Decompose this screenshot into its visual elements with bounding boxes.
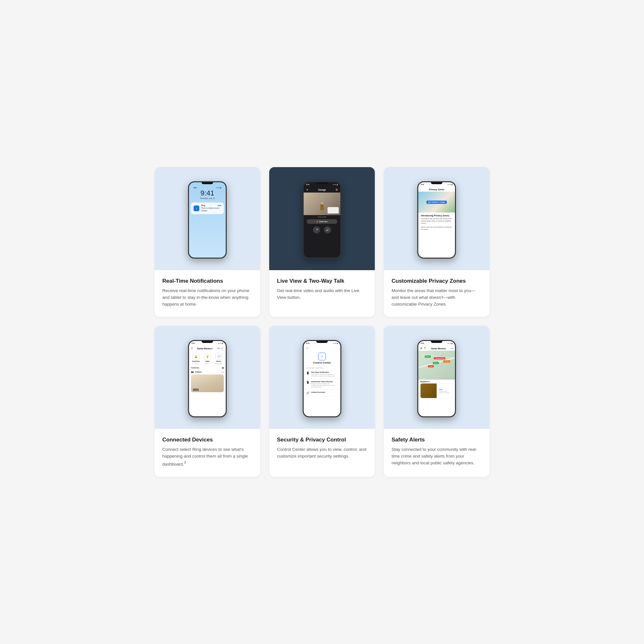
card-safety-alerts: 9:41 ▪▪▪ ▾ ▮ ☰ 📍 (384, 326, 489, 477)
lv-close-icon[interactable]: ✕ (306, 188, 308, 191)
mute-button[interactable]: 🎤 (313, 226, 320, 233)
status-icons-1: ▪▪▪ ▾ ▮ (216, 187, 221, 189)
lock-date: Thursday, July 11 (191, 197, 224, 199)
pz-intro-body1: This feature lets you block the camera f… (421, 218, 452, 224)
speaker-button[interactable]: 🔊 (324, 226, 331, 233)
sec-screen-title: Control Center (313, 361, 331, 364)
sa-map-icon[interactable]: 📍 (423, 347, 426, 350)
cd-front-door-label: Front Door (192, 361, 200, 362)
sec-item-linked-accounts[interactable]: 🔗 Linked Accounts › (304, 390, 340, 396)
cd-top-icons: 🛍 🛒 (217, 347, 224, 350)
feature-desc-2: Get real-time video and audio with the L… (277, 288, 367, 301)
phone-area-6: 9:41 ▪▪▪ ▾ ▮ ☰ 📍 (384, 326, 489, 429)
lv-controls: 🎤 🔊 (304, 224, 340, 235)
sa-badge-safety-2: Safety (433, 362, 439, 364)
feature-title-2: Live View & Two-Way Talk (277, 278, 367, 284)
features-grid: 9:41 ▪▪▪ ▾ ▮ 9:41 Thursday, July 11 r (155, 167, 489, 477)
end-live-button[interactable]: End Live (307, 219, 337, 224)
lv-settings-icon[interactable]: ⚙ (336, 188, 338, 191)
sec-menu-icon[interactable]: ☰ (306, 347, 308, 349)
two-step-desc: Choose how to receive your verification … (311, 374, 336, 377)
feature-desc-3: Monitor the areas that matter most to yo… (392, 288, 482, 308)
linked-chevron: › (337, 392, 338, 394)
phone-area-2: 9:41 ▪▪▪ ▾ ▮ ✕ Garage ⚙ (269, 167, 375, 270)
feature-desc-1: Receive real-time notifications on your … (162, 288, 252, 308)
notification-text: Ring now There is motion at your Garage (201, 204, 221, 212)
card-security-privacy: 9:41 ▪▪▪ ▾ ▮ ☰ ✓ (269, 326, 375, 477)
phone-6: 9:41 ▪▪▪ ▾ ▮ ☰ 📍 (417, 340, 456, 417)
end-live-label: End Live (319, 221, 327, 223)
phone-4: 9:41 ▪▪▪ ▾ ▮ ☰ Santa Monica (188, 340, 227, 417)
cd-camera-more-icon[interactable]: ••• (222, 371, 224, 373)
phone-1: 9:41 ▪▪▪ ▾ ▮ 9:41 Thursday, July 11 r (188, 181, 227, 259)
sec-item-authorized-devices[interactable]: 📱 Authorized Client Devices Manage the p… (304, 379, 340, 390)
pz-content: Introducing Privacy Zones. This feature … (418, 213, 455, 258)
sa-wifi: ▾ (450, 342, 451, 344)
two-step-content: Two-Step Verification Choose how to rece… (311, 371, 336, 377)
phone-area-3: 9:41 ▪▪▪ ▾ ▮ ‹ Privacy Zones (384, 167, 489, 270)
end-live-dot (317, 221, 318, 223)
lv-video (304, 193, 340, 215)
linked-accounts-icon: 🔗 (306, 392, 309, 394)
feature-title-4: Connected Devices (162, 437, 252, 443)
sec-item-two-step[interactable]: 📱 Two-Step Verification Choose how to re… (304, 370, 340, 379)
cd-view-toggle-icon[interactable]: ⊞ (222, 367, 224, 369)
pz-zone-label[interactable]: EDIT PRIVACY ZONES (426, 201, 447, 204)
sa-neighbor-info: ring Exact location hidden for privacy (438, 387, 453, 395)
pz-back-button[interactable]: ‹ (420, 188, 421, 191)
linked-accounts-content: Linked Accounts (311, 391, 336, 393)
text-area-1: Real-Time Notifications Receive real-tim… (155, 270, 260, 317)
cd-action-history[interactable]: 🕐 History Nothing New (215, 353, 223, 365)
sa-neighbors-section: Neighbors ring Exact location hidden for… (418, 380, 455, 416)
page-container: 9:41 ▪▪▪ ▾ ▮ 9:41 Thursday, July 11 r (155, 167, 489, 477)
cd-topbar: ☰ Santa Monica ▾ 🛍 🛒 (189, 345, 226, 351)
phone-screen-2: 9:41 ▪▪▪ ▾ ▮ ✕ Garage ⚙ (304, 182, 340, 258)
sa-signal: ▪▪▪ (448, 342, 449, 344)
cd-action-front-door[interactable]: 🔒 Front Door Locked (192, 353, 200, 365)
phone-screen-6: 9:41 ▪▪▪ ▾ ▮ ☰ 📍 (418, 341, 455, 416)
safety-screen: 9:41 ▪▪▪ ▾ ▮ ☰ 📍 (418, 341, 455, 416)
notif-message: There is motion at your Garage (201, 207, 219, 212)
phone-area-5: 9:41 ▪▪▪ ▾ ▮ ☰ ✓ (269, 326, 375, 429)
two-step-chevron: › (337, 373, 338, 375)
sa-menu-icon[interactable]: ☰ (420, 347, 422, 350)
text-area-5: Security & Privacy Control Control Cente… (269, 429, 375, 469)
phone-notch-6 (431, 341, 442, 343)
authorized-chevron: › (337, 383, 338, 385)
cd-lights-status: Lights Off (205, 363, 210, 365)
sa-badge-safety-1: Safety (425, 355, 431, 358)
sa-badge-unknown: Unknown Visitor (434, 357, 445, 359)
cd-thumb-timestamp: 3s ago (193, 389, 199, 391)
feature-title-5: Security & Privacy Control (277, 437, 367, 443)
phone-notch-4 (202, 341, 213, 343)
status-bar-1: 9:41 ▪▪▪ ▾ ▮ (191, 185, 224, 189)
sa-location-text: Santa Monica (431, 347, 446, 350)
sa-battery: ▮ (451, 342, 452, 344)
cd-wifi: ▾ (221, 342, 222, 344)
sa-list-link[interactable]: List (450, 347, 453, 349)
sa-privacy-note: Exact location hidden for privacy (439, 390, 451, 393)
feature-title-6: Safety Alerts (392, 437, 482, 443)
cd-camera-item: 📷 Hallway ••• (189, 370, 226, 374)
sec-wifi: ▾ (335, 342, 336, 344)
cd-cart-icon[interactable]: 🛒 (221, 347, 224, 350)
connected-footnote: 3 (184, 460, 186, 464)
cd-cameras-label: Cameras (191, 367, 199, 369)
pz-signal: ▪▪▪ (448, 184, 449, 185)
cd-front-door-status: Locked (194, 363, 198, 365)
authorized-devices-icon: 📱 (306, 381, 309, 384)
sa-time: 9:41 (421, 342, 424, 344)
phone-5: 9:41 ▪▪▪ ▾ ▮ ☰ ✓ (303, 340, 341, 417)
cd-lock-icon: 🔒 (193, 353, 200, 360)
cd-shop-icon[interactable]: 🛍 (217, 347, 220, 350)
security-screen: 9:41 ▪▪▪ ▾ ▮ ☰ ✓ (304, 341, 340, 416)
cd-action-lights[interactable]: 💡 Lights Lights Off (204, 353, 211, 365)
authorized-title: Authorized Client Devices (311, 381, 336, 383)
cd-camera-thumbnail: 3s ago (191, 374, 224, 392)
menu-icon[interactable]: ☰ (191, 347, 193, 350)
sa-neighbor-image (421, 384, 437, 398)
lv-person (319, 202, 325, 213)
cd-dropdown-icon[interactable]: ▾ (212, 347, 213, 349)
phone-2: 9:41 ▪▪▪ ▾ ▮ ✕ Garage ⚙ (303, 181, 341, 259)
sa-status-icons: ▪▪▪ ▾ ▮ (448, 342, 452, 344)
